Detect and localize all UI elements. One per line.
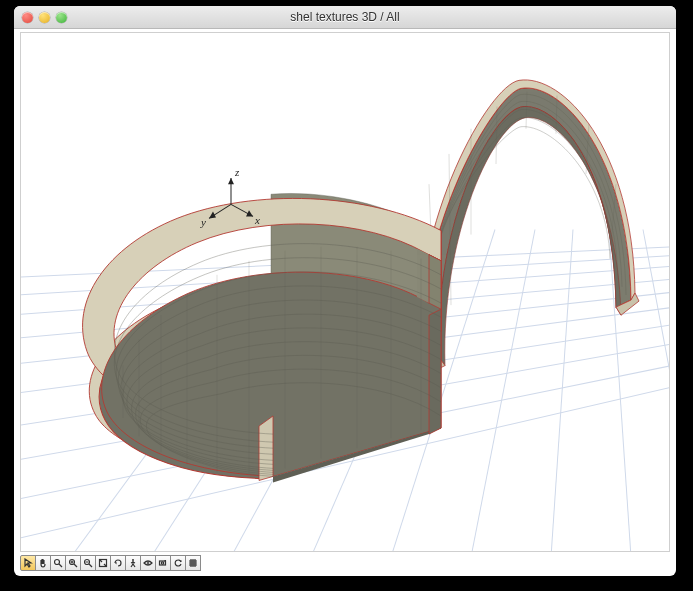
zoom-extents-tool[interactable] <box>95 555 111 571</box>
svg-point-57 <box>132 559 134 561</box>
svg-point-60 <box>161 562 163 564</box>
app-window: shel textures 3D / All <box>14 6 676 576</box>
svg-marker-39 <box>228 178 234 184</box>
svg-line-45 <box>59 564 62 567</box>
svg-line-18 <box>643 230 669 537</box>
3d-viewport[interactable]: z y x <box>20 32 670 552</box>
walk-tool[interactable] <box>125 555 141 571</box>
zoom-tool[interactable] <box>50 555 66 571</box>
grid-tool[interactable] <box>185 555 201 571</box>
arch-mesh <box>416 80 639 372</box>
close-icon[interactable] <box>22 12 33 23</box>
window-title: shel textures 3D / All <box>14 10 676 24</box>
svg-line-16 <box>551 230 573 551</box>
titlebar[interactable]: shel textures 3D / All <box>14 6 676 29</box>
window-controls <box>14 12 67 23</box>
zoom-in-tool[interactable] <box>65 555 81 571</box>
svg-rect-61 <box>165 560 167 562</box>
select-tool[interactable] <box>20 555 36 571</box>
zoom-out-tool[interactable] <box>80 555 96 571</box>
rotate-tool[interactable] <box>110 555 126 571</box>
axis-y-label: y <box>200 216 206 228</box>
camera-tool[interactable] <box>155 555 171 571</box>
axis-z-label: z <box>234 166 240 178</box>
svg-line-49 <box>74 564 77 567</box>
pan-tool[interactable] <box>35 555 51 571</box>
zoom-icon[interactable] <box>56 12 67 23</box>
svg-line-15 <box>471 230 535 551</box>
refresh-tool[interactable] <box>170 555 186 571</box>
view-toolbar <box>20 554 200 572</box>
curved-wall-mesh <box>78 193 441 482</box>
svg-point-58 <box>147 562 149 564</box>
svg-point-44 <box>55 560 60 565</box>
minimize-icon[interactable] <box>39 12 50 23</box>
look-tool[interactable] <box>140 555 156 571</box>
axis-x-label: x <box>254 214 260 226</box>
svg-line-52 <box>89 564 92 567</box>
